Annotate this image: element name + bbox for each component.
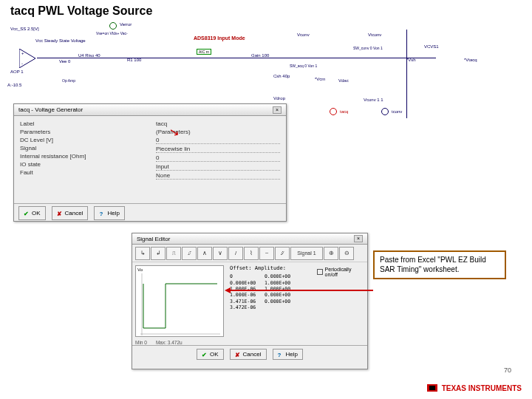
add-btn[interactable]: ⊕ xyxy=(324,247,338,260)
signal-select[interactable]: Signal 1 xyxy=(290,247,323,260)
label-swacq: SW_acq 0 Von 1 xyxy=(290,64,317,68)
btn-label: OK xyxy=(210,351,219,358)
x-icon: ✘ xyxy=(235,352,241,358)
data-row: 1.000E-06 0.000E+00 xyxy=(230,292,311,298)
remove-btn[interactable]: ⊖ xyxy=(339,247,354,260)
label-tacq-src: tacq xyxy=(340,109,348,114)
tool-btn[interactable]: ∨ xyxy=(213,247,228,260)
ti-brand-text: TEXAS INSTRUMENTS xyxy=(442,384,522,392)
btn-label: OK xyxy=(32,210,41,216)
d1-val[interactable]: 0 xyxy=(156,154,280,162)
label-aop1: AOP 1 xyxy=(10,69,24,74)
d1-label: Label xyxy=(20,120,94,127)
d1-label: Signal xyxy=(20,145,94,151)
label-vcm: *Vcm xyxy=(315,77,325,81)
ti-chip-icon xyxy=(426,383,439,393)
tool-btn[interactable]: ~ xyxy=(259,247,274,260)
tool-btn[interactable]: ↳ xyxy=(135,247,150,260)
close-icon[interactable]: × xyxy=(273,106,282,114)
d1-label: DC Level [V] xyxy=(20,137,94,143)
dialog1-title-text: tacq - Voltage Generator xyxy=(18,106,83,113)
dialog2-toolbar: ↳ ↲ ⎍ ⎎ ∧ ∨ / ⌇ ~ ⫽ Signal 1 ⊕ ⊖ xyxy=(132,245,367,262)
src-tconv xyxy=(381,108,389,115)
label-opamp-text: Op Amp xyxy=(62,78,75,83)
data-row: 0.000E+00 1.000E+00 xyxy=(230,280,311,286)
opamp-icon: + - xyxy=(19,49,37,68)
ti-logo: TEXAS INSTRUMENTS xyxy=(426,383,522,393)
label-verror: Verror xyxy=(120,22,132,27)
ok-button[interactable]: ✔OK xyxy=(197,349,224,360)
btn-label: Help xyxy=(286,351,298,358)
callout-box: Paste from Excel "PWL EZ Build SAR Timin… xyxy=(373,250,506,279)
d1-val[interactable]: None xyxy=(156,172,280,180)
label-verror-mode: Vse=on Vfds+ Vac- xyxy=(96,31,128,35)
label-tconv-src: tconv xyxy=(392,109,402,114)
page-title: tacq PWL Voltage Source xyxy=(10,4,152,18)
label-vee: Vee 0 xyxy=(59,59,70,64)
label-csh: Csh 40p xyxy=(273,74,290,78)
label-vdac: Vdac xyxy=(338,78,349,83)
btn-label: Cancel xyxy=(65,210,83,216)
dialog2-titlebar: Signal Editor × xyxy=(132,233,367,245)
tool-btn[interactable]: ⫽ xyxy=(275,247,290,260)
tool-btn[interactable]: ⎍ xyxy=(166,247,181,260)
svg-text:+: + xyxy=(21,51,24,55)
label-vccss: Vcc_SS 2.5[V] xyxy=(10,27,39,31)
signal-plot: Vo xyxy=(135,265,224,337)
callout-arrow-icon xyxy=(229,290,373,291)
data-row: 0 0.000E+00 xyxy=(230,273,311,279)
help-button[interactable]: ?Help xyxy=(273,349,303,360)
periodic-checkbox[interactable]: Periodically on/off xyxy=(317,267,363,277)
data-row: 3.472E-06 xyxy=(230,304,311,310)
btn-label: Help xyxy=(107,210,119,216)
tool-btn[interactable]: ↲ xyxy=(151,247,166,260)
label-vdrop: Vdrop xyxy=(273,96,285,100)
check-icon: ✔ xyxy=(24,211,30,216)
cancel-button[interactable]: ✘Cancel xyxy=(230,349,267,360)
tool-btn[interactable]: ∧ xyxy=(197,247,212,260)
label-vtconv: Vtconv xyxy=(368,33,381,37)
status-min: Min 0 xyxy=(135,340,147,345)
signal-editor-dialog: Signal Editor × ↳ ↲ ⎍ ⎎ ∧ ∨ / ⌇ ~ ⫽ Sign… xyxy=(132,233,368,369)
dialog1-labels-col: Label Parameters DC Level [V] Signal Int… xyxy=(14,116,150,203)
question-icon: ? xyxy=(278,352,284,358)
label-vconv: Vconv xyxy=(297,33,310,37)
label-ads-mode: ADS8319 Input Mode xyxy=(194,35,245,41)
page-number: 70 xyxy=(504,366,511,374)
checkbox-label: Periodically on/off xyxy=(325,267,363,277)
src-tacq xyxy=(330,108,337,115)
btn-label: Cancel xyxy=(243,351,262,358)
dialog2-title-text: Signal Editor xyxy=(137,236,170,242)
dialog2-status: Min 0 Max: 3.472u xyxy=(132,340,367,345)
voltage-generator-dialog: tacq - Voltage Generator × Label Paramet… xyxy=(13,103,287,222)
ok-button[interactable]: ✔OK xyxy=(18,206,46,220)
help-button[interactable]: ?Help xyxy=(94,206,124,220)
svg-text:-: - xyxy=(21,61,23,66)
question-icon: ? xyxy=(99,211,105,216)
tool-btn[interactable]: / xyxy=(228,247,243,260)
d1-val[interactable]: Input xyxy=(156,163,280,171)
cancel-button[interactable]: ✘Cancel xyxy=(52,206,89,220)
label-steady: Vcc Steady State Voltage xyxy=(35,38,86,43)
svg-rect-6 xyxy=(429,386,435,390)
check-icon: ✔ xyxy=(202,352,208,358)
label-vtacq: *Vtacq xyxy=(464,58,477,62)
dialog1-titlebar: tacq - Voltage Generator × xyxy=(14,104,286,116)
d1-label: Internal resistance [Ohm] xyxy=(20,153,94,160)
label-vconv11: Vconv 1 1 xyxy=(364,98,383,102)
checkbox-icon xyxy=(317,269,323,275)
label-vrefcm: A:-10.5 xyxy=(7,83,21,87)
d1-label: Fault xyxy=(20,169,94,176)
box-aicm: AIC m xyxy=(197,49,211,55)
dialog2-options: Periodically on/off xyxy=(314,262,366,340)
close-icon[interactable]: × xyxy=(354,235,363,242)
data-header: Offset: Amplitude: xyxy=(230,265,311,272)
d1-val-signal[interactable]: Piecewise lin xyxy=(156,146,280,153)
meter-verror xyxy=(109,22,117,30)
x-icon: ✘ xyxy=(57,211,63,216)
tool-btn[interactable]: ⎎ xyxy=(182,247,197,260)
status-max: Max: 3.472u xyxy=(156,340,183,345)
tool-btn[interactable]: ⌇ xyxy=(244,247,259,260)
label-swconv: SW_conv 0 Von 1 xyxy=(353,46,383,50)
signal-data-table[interactable]: Offset: Amplitude: 0 0.000E+00 0.000E+00… xyxy=(230,265,311,337)
